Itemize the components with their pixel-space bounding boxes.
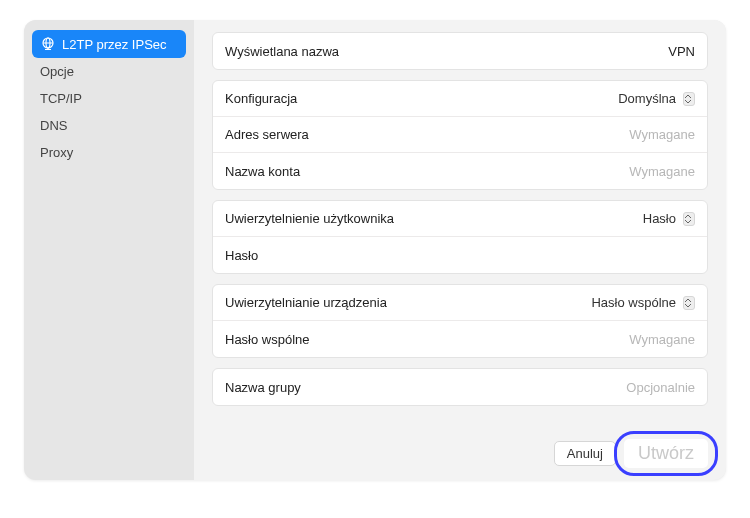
sidebar-item-dns[interactable]: DNS	[32, 112, 186, 139]
row-shared-password[interactable]: Hasło wspólne Wymagane	[213, 321, 707, 357]
sidebar-item-label: TCP/IP	[40, 91, 82, 106]
group-name-label: Nazwa grupy	[225, 380, 301, 395]
sidebar-item-label: DNS	[40, 118, 67, 133]
footer: Anuluj Utwórz	[212, 429, 708, 468]
chevron-updown-icon	[683, 296, 695, 310]
row-server-address[interactable]: Adres serwera Wymagane	[213, 117, 707, 153]
sidebar-item-tcpip[interactable]: TCP/IP	[32, 85, 186, 112]
main-panel: Wyświetlana nazwa VPN Konfiguracja Domyś…	[194, 20, 726, 480]
row-account-name[interactable]: Nazwa konta Wymagane	[213, 153, 707, 189]
user-auth-label: Uwierzytelnienie użytkownika	[225, 211, 394, 226]
display-name-label: Wyświetlana nazwa	[225, 44, 339, 59]
row-display-name[interactable]: Wyświetlana nazwa VPN	[213, 33, 707, 69]
sidebar-item-l2tp-ipsec[interactable]: L2TP przez IPSec	[32, 30, 186, 58]
server-address-placeholder: Wymagane	[629, 127, 695, 142]
globe-icon	[40, 36, 56, 52]
account-name-label: Nazwa konta	[225, 164, 300, 179]
create-button-highlight: Utwórz	[624, 439, 708, 468]
sidebar-item-proxy[interactable]: Proxy	[32, 139, 186, 166]
group-user-auth: Uwierzytelnienie użytkownika Hasło Hasło	[212, 200, 708, 274]
sidebar-item-options[interactable]: Opcje	[32, 58, 186, 85]
row-device-auth[interactable]: Uwierzytelnianie urządzenia Hasło wspóln…	[213, 285, 707, 321]
display-name-value: VPN	[668, 44, 695, 59]
sidebar-item-label: L2TP przez IPSec	[62, 37, 167, 52]
device-auth-value: Hasło wspólne	[591, 295, 676, 310]
account-name-placeholder: Wymagane	[629, 164, 695, 179]
row-user-auth[interactable]: Uwierzytelnienie użytkownika Hasło	[213, 201, 707, 237]
password-label: Hasło	[225, 248, 258, 263]
group-name-placeholder: Opcjonalnie	[626, 380, 695, 395]
chevron-updown-icon	[683, 212, 695, 226]
row-group-name[interactable]: Nazwa grupy Opcjonalnie	[213, 369, 707, 405]
user-auth-select[interactable]: Hasło	[643, 211, 695, 226]
row-configuration[interactable]: Konfiguracja Domyślna	[213, 81, 707, 117]
configuration-label: Konfiguracja	[225, 91, 297, 106]
cancel-button[interactable]: Anuluj	[554, 441, 616, 466]
group-group-name: Nazwa grupy Opcjonalnie	[212, 368, 708, 406]
chevron-updown-icon	[683, 92, 695, 106]
row-password[interactable]: Hasło	[213, 237, 707, 273]
sidebar-item-label: Proxy	[40, 145, 73, 160]
server-address-label: Adres serwera	[225, 127, 309, 142]
group-display-name: Wyświetlana nazwa VPN	[212, 32, 708, 70]
user-auth-value: Hasło	[643, 211, 676, 226]
device-auth-label: Uwierzytelnianie urządzenia	[225, 295, 387, 310]
group-connection: Konfiguracja Domyślna Adres serwera Wyma…	[212, 80, 708, 190]
configuration-select[interactable]: Domyślna	[618, 91, 695, 106]
group-device-auth: Uwierzytelnianie urządzenia Hasło wspóln…	[212, 284, 708, 358]
shared-password-placeholder: Wymagane	[629, 332, 695, 347]
shared-password-label: Hasło wspólne	[225, 332, 310, 347]
sidebar-item-label: Opcje	[40, 64, 74, 79]
device-auth-select[interactable]: Hasło wspólne	[591, 295, 695, 310]
configuration-value: Domyślna	[618, 91, 676, 106]
sidebar: L2TP przez IPSec Opcje TCP/IP DNS Proxy	[24, 20, 194, 480]
vpn-settings-window: L2TP przez IPSec Opcje TCP/IP DNS Proxy …	[24, 20, 726, 480]
create-button[interactable]: Utwórz	[624, 439, 708, 468]
